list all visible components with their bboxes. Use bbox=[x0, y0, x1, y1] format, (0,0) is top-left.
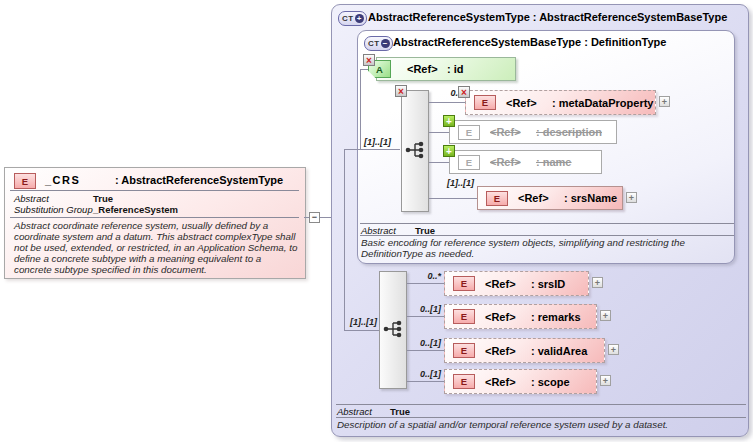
outer-type-box: CT + AbstractReferenceSystemType : Abstr… bbox=[331, 4, 749, 437]
cardinality-label: 0..[1] bbox=[415, 304, 441, 314]
left-element-box[interactable]: E _CRS : AbstractReferenceSystemType Abs… bbox=[4, 167, 306, 279]
fact-label-abstract: Abstract bbox=[14, 193, 49, 204]
expand-button[interactable]: + bbox=[592, 277, 603, 288]
element-name: _CRS bbox=[45, 174, 80, 186]
removed-badge-icon: × bbox=[363, 54, 375, 66]
divider bbox=[360, 235, 734, 236]
divider bbox=[360, 223, 734, 224]
element-type: : AbstractReferenceSystemType bbox=[115, 174, 283, 186]
connector-line bbox=[360, 69, 361, 150]
ref-label: <Ref> bbox=[518, 192, 564, 204]
element-box-srsname[interactable]: E <Ref> : srsName bbox=[477, 186, 623, 210]
inner-type-description: Basic encoding for reference system obje… bbox=[361, 238, 731, 260]
member-name: : name bbox=[536, 156, 571, 168]
connector-line bbox=[407, 381, 444, 382]
ref-label: <Ref> bbox=[490, 126, 536, 138]
collapse-toggle[interactable]: − bbox=[309, 212, 320, 223]
connector-line bbox=[407, 316, 444, 317]
added-badge-icon: + bbox=[443, 115, 455, 127]
cardinality-label: [1]..[1] bbox=[444, 178, 474, 188]
member-name: : srsName bbox=[564, 192, 617, 204]
element-box-description[interactable]: E <Ref> : description bbox=[449, 120, 617, 144]
ref-label: <Ref> bbox=[485, 311, 531, 323]
complextype-minus-icon: CT − bbox=[364, 36, 393, 51]
plus-circle-icon: + bbox=[355, 14, 364, 23]
element-box-metadataproperty[interactable]: E <Ref> : metaDataProperty bbox=[465, 90, 656, 115]
attribute-box-id[interactable]: <Ref> : id bbox=[376, 57, 516, 81]
outer-type-description: Description of a spatial and/or temporal… bbox=[337, 420, 742, 431]
cardinality-label: [1]..[1] bbox=[364, 137, 391, 147]
ref-label: <Ref> bbox=[485, 376, 531, 388]
outer-type-title: AbstractReferenceSystemType : AbstractRe… bbox=[368, 11, 727, 23]
sequence-compositor[interactable] bbox=[379, 271, 407, 389]
inner-type-title: AbstractReferenceSystemBaseType : Defini… bbox=[393, 36, 666, 48]
member-name: : metaDataProperty bbox=[552, 97, 653, 109]
ref-label: <Ref> bbox=[407, 63, 447, 75]
element-box-scope[interactable]: E <Ref> : scope bbox=[444, 369, 597, 394]
removed-badge-icon: × bbox=[395, 85, 407, 97]
complextype-icon-label: CT bbox=[368, 39, 380, 48]
element-box-srsid[interactable]: E <Ref> : srsID bbox=[444, 271, 589, 296]
complextype-plus-icon: CT + bbox=[338, 11, 367, 26]
abstract-label: Abstract bbox=[337, 406, 372, 417]
expand-button[interactable]: + bbox=[600, 310, 611, 321]
inner-type-box: CT − AbstractReferenceSystemBaseType : D… bbox=[357, 30, 735, 264]
divider bbox=[336, 404, 746, 405]
sequence-icon bbox=[404, 140, 428, 160]
ref-label: <Ref> bbox=[490, 156, 536, 168]
ref-label: <Ref> bbox=[506, 97, 552, 109]
abstract-value: True bbox=[390, 406, 410, 417]
minus-circle-icon: − bbox=[381, 39, 390, 48]
member-name: : validArea bbox=[531, 345, 587, 357]
connector-line bbox=[429, 132, 449, 133]
attribute-name: : id bbox=[447, 63, 464, 75]
sequence-icon bbox=[382, 319, 406, 339]
complextype-icon-label: CT bbox=[342, 14, 354, 23]
member-name: : description bbox=[536, 126, 602, 138]
element-icon: E bbox=[474, 95, 496, 110]
expand-button[interactable]: + bbox=[600, 375, 611, 386]
cardinality-label: 0..[1] bbox=[415, 338, 441, 348]
connector-line bbox=[344, 330, 379, 331]
removed-badge-icon: × bbox=[458, 86, 470, 98]
element-icon: E bbox=[486, 191, 508, 206]
element-icon: E bbox=[453, 374, 475, 389]
cardinality-label: 0..* bbox=[419, 271, 441, 281]
connector-line bbox=[407, 350, 444, 351]
divider bbox=[10, 217, 299, 218]
cardinality-label: [1]..[1] bbox=[347, 317, 377, 327]
element-description: Abstract coordinate reference system, us… bbox=[14, 221, 300, 276]
fact-label-substitution-group: Substitution Group bbox=[14, 204, 93, 215]
connector-line bbox=[344, 149, 345, 330]
member-name: : srsID bbox=[531, 278, 565, 290]
connector-line bbox=[429, 102, 465, 103]
expand-button[interactable]: + bbox=[626, 192, 637, 203]
expand-button[interactable]: + bbox=[608, 344, 619, 355]
member-name: : remarks bbox=[531, 311, 581, 323]
element-icon: E bbox=[453, 276, 475, 291]
schema-diagram: E _CRS : AbstractReferenceSystemType Abs… bbox=[0, 0, 753, 442]
sequence-compositor[interactable] bbox=[401, 90, 429, 212]
element-icon: E bbox=[453, 309, 475, 324]
divider bbox=[336, 417, 746, 418]
element-icon: E bbox=[14, 173, 36, 189]
divider bbox=[10, 190, 299, 191]
element-box-remarks[interactable]: E <Ref> : remarks bbox=[444, 304, 597, 329]
member-name: : scope bbox=[531, 376, 570, 388]
connector-line bbox=[429, 162, 449, 163]
ref-label: <Ref> bbox=[485, 278, 531, 290]
fact-value-substitution-group: _ReferenceSystem bbox=[93, 204, 178, 215]
expand-button[interactable]: + bbox=[659, 96, 670, 107]
connector-line bbox=[429, 198, 477, 199]
connector-line bbox=[344, 149, 400, 150]
ref-label: <Ref> bbox=[485, 345, 531, 357]
element-icon: E bbox=[458, 125, 480, 140]
added-badge-icon: + bbox=[443, 145, 455, 157]
element-icon: E bbox=[453, 343, 475, 358]
element-icon: E bbox=[458, 155, 480, 170]
connector-line bbox=[407, 283, 444, 284]
fact-value-abstract: True bbox=[93, 193, 113, 204]
element-box-validarea[interactable]: E <Ref> : validArea bbox=[444, 338, 605, 363]
cardinality-label: 0..[1] bbox=[415, 369, 441, 379]
element-box-name[interactable]: E <Ref> : name bbox=[449, 150, 602, 174]
